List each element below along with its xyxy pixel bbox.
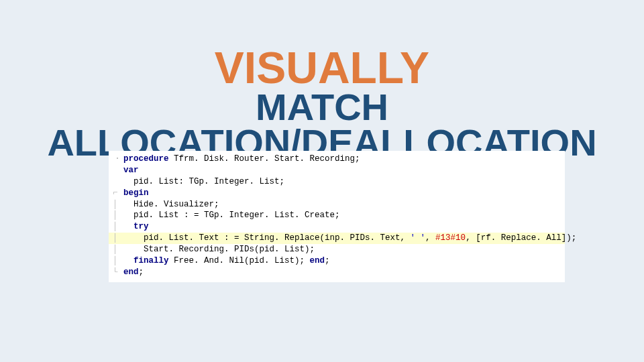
title-line2: MATCH — [0, 89, 644, 125]
title-block: VISUALLY MATCH ALLOCATION/DEALLOCATION — [0, 47, 644, 160]
code-snippet: ·procedure Tfrm. Disk. Router. Start. Re… — [109, 151, 565, 282]
code-line-2: pid. List: TGp. Integer. List; — [113, 176, 561, 188]
slide: VISUALLY MATCH ALLOCATION/DEALLOCATION ·… — [0, 0, 644, 362]
code-line-4: │ Hide. Visualizer; — [113, 199, 561, 210]
code-line-6: │ try — [113, 221, 561, 233]
code-line-5: │ pid. List : = TGp. Integer. List. Crea… — [113, 210, 561, 221]
code-line-8: │ Start. Recording. PIDs(pid. List); — [113, 244, 561, 255]
title-line1: VISUALLY — [0, 47, 644, 89]
code-line-3: ⌐begin — [113, 188, 561, 199]
code-line-9: │ finally Free. And. Nil(pid. List); end… — [113, 255, 561, 267]
code-line-10: └end; — [113, 267, 561, 278]
code-line-1: var — [113, 165, 561, 176]
code-line-0: ·procedure Tfrm. Disk. Router. Start. Re… — [113, 154, 561, 165]
code-line-7: │ pid. List. Text : = String. Replace(in… — [109, 233, 565, 244]
